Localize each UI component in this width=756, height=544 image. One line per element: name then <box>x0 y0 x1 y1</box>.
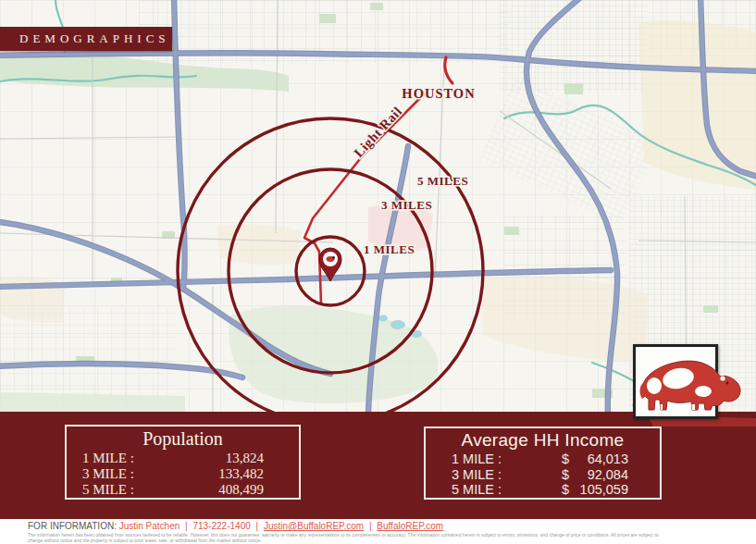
row-value: 13,824 <box>155 451 264 466</box>
row-label: 1 MILE : <box>82 451 134 466</box>
population-row: 1 MILE : 13,824 <box>67 451 299 466</box>
row-value: 92,084 <box>575 467 628 483</box>
population-title: Population <box>67 428 299 450</box>
row-value: 105,059 <box>575 482 628 498</box>
separator: | <box>369 521 372 531</box>
row-value: 133,482 <box>155 466 264 482</box>
flyer-page: HOUSTON Light Rail 1 MILES 3 MILES 5 MIL… <box>0 0 756 544</box>
footer: FOR INFORMATION: Justin Patchen | 713-22… <box>0 519 756 544</box>
row-label: 1 MILE : <box>452 451 502 467</box>
row-label: 3 MILE : <box>82 466 134 482</box>
buffalo-logo-icon <box>636 354 749 414</box>
website-link[interactable]: BuffaloREP.com <box>377 521 443 531</box>
income-title: Average HH Income <box>426 430 660 451</box>
separator: | <box>185 521 188 531</box>
separator: | <box>256 521 259 531</box>
currency-sign: $ <box>562 482 575 498</box>
population-row: 3 MILE : 133,482 <box>67 466 299 482</box>
income-box: Average HH Income 1 MILE : $ 64,013 3 MI… <box>424 427 662 500</box>
contact-phone: 713-222-1400 <box>192 521 250 531</box>
disclaimer: The information herein has been obtained… <box>0 531 756 543</box>
row-label: 5 MILE : <box>452 482 502 498</box>
city-label: HOUSTON <box>402 86 475 101</box>
row-value: 408,499 <box>155 482 264 498</box>
contact-name: Justin Patchen <box>119 521 180 531</box>
banner-title: DEMOGRAPHICS <box>0 27 172 51</box>
population-row: 5 MILE : 408,499 <box>67 482 299 498</box>
row-label: 3 MILE : <box>452 467 502 483</box>
currency-sign: $ <box>562 451 575 467</box>
info-label: FOR INFORMATION: <box>28 521 117 531</box>
row-value: 64,013 <box>575 451 628 467</box>
ring-label-5mile: 5 MILES <box>417 174 468 188</box>
disclaimer-line-2: change without notice and the property i… <box>28 538 745 543</box>
ring-label-3mile: 3 MILES <box>381 198 432 212</box>
income-row: 1 MILE : $ 64,013 <box>426 451 660 467</box>
contact-line: FOR INFORMATION: Justin Patchen | 713-22… <box>0 519 756 531</box>
income-row: 5 MILE : $ 105,059 <box>426 482 660 498</box>
currency-sign: $ <box>562 467 575 483</box>
income-row: 3 MILE : $ 92,084 <box>426 467 660 483</box>
row-label: 5 MILE : <box>82 482 134 498</box>
population-box: Population 1 MILE : 13,824 3 MILE : 133,… <box>65 425 301 500</box>
email-link[interactable]: Justin@BuffaloREP.com <box>264 521 364 531</box>
ring-label-1mile: 1 MILES <box>364 242 415 256</box>
demographics-banner: DEMOGRAPHICS <box>0 27 172 51</box>
